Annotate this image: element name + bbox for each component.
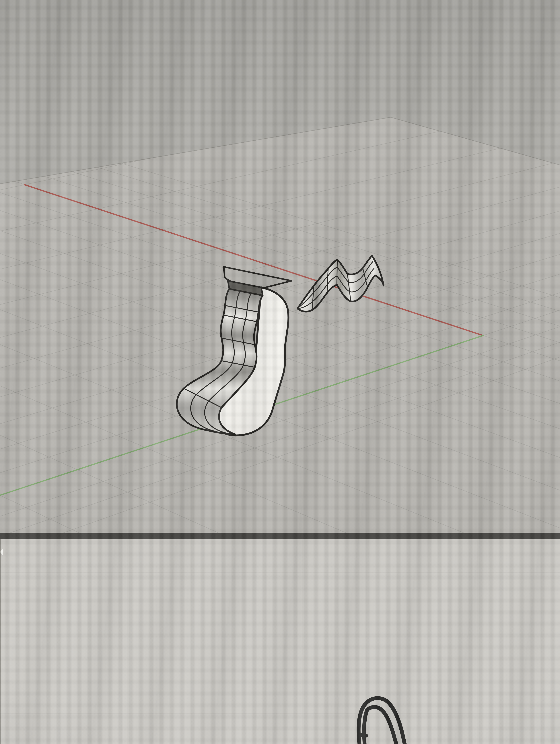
front-viewport-background (0, 540, 560, 744)
sketch-crossbar (360, 735, 366, 736)
cad-canvas[interactable] (0, 0, 560, 744)
viewport-splitter-bar[interactable] (0, 533, 560, 540)
screen-photo (0, 0, 560, 744)
front-viewport[interactable] (0, 540, 560, 744)
viewport-left-border (0, 540, 1, 744)
grid-line (337, 260, 337, 285)
